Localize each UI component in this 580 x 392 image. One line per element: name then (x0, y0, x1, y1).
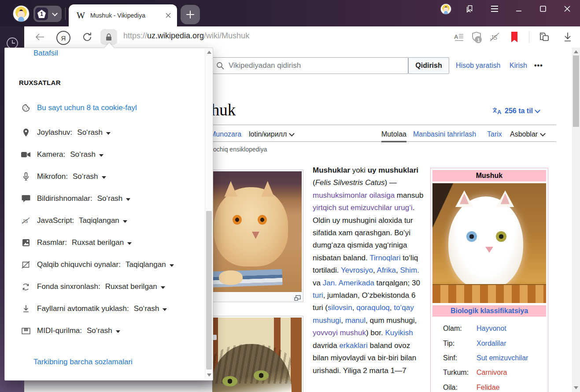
article-image-cat-on-book[interactable] (210, 171, 302, 292)
wiki-link[interactable]: silovsin (328, 303, 352, 312)
infobox-row: Turkum: Carnivora (443, 369, 507, 378)
article-thumbnail-frame[interactable] (208, 316, 303, 392)
permission-value-dropdown[interactable]: Taqiqlangan (79, 216, 119, 225)
permission-value-dropdown[interactable]: So‘rash (73, 172, 98, 181)
search-button[interactable]: Qidirish (408, 57, 449, 74)
create-account-link[interactable]: Hisob yaratish (456, 62, 500, 70)
wiki-search-box[interactable] (207, 57, 408, 74)
wiki-link[interactable]: Afrika (377, 266, 396, 274)
javascript-blocked-icon[interactable]: JS (489, 32, 500, 42)
permission-value-dropdown[interactable]: Taqiqlangan (126, 260, 166, 269)
cookies-link[interactable]: Bu sayt uchun 8 ta cookie-fayl (37, 104, 137, 112)
window-maximize-button[interactable] (535, 1, 551, 17)
article-thumbnail-frame[interactable] (208, 170, 303, 302)
permission-value-dropdown[interactable]: So‘rash (87, 326, 112, 335)
article-image-tabby-cat[interactable] (210, 318, 302, 392)
login-link[interactable]: Kirish (510, 62, 527, 70)
tab-asboblar[interactable]: Asboblar (510, 130, 545, 138)
permissions-section-title: RUXSATLAR (19, 79, 61, 86)
permission-row-notifications[interactable]: Bildirishnomalar: So‘rash (5, 193, 130, 204)
scroll-up-arrow[interactable] (574, 50, 578, 53)
browser-window: 1 W Mushuk - Vikipediya (0, 0, 580, 392)
browser-tab[interactable]: W Mushuk - Vikipediya (69, 4, 177, 26)
permission-row-javascript[interactable]: JS JavaScript: Taqiqlangan (5, 215, 127, 226)
permission-value-dropdown[interactable]: Ruxsat berilgan (105, 282, 157, 291)
permission-row-location[interactable]: Joylashuv: So‘rash (5, 127, 111, 138)
bookmarks-panel-icon[interactable] (462, 1, 478, 17)
profile-avatar[interactable] (13, 6, 29, 22)
wiki-link[interactable]: Kuyikish (385, 329, 413, 337)
wiki-link[interactable]: Jan. Amerikada (323, 279, 374, 287)
new-tab-button[interactable] (181, 5, 200, 24)
permission-row-microphone[interactable]: Mikrofon: So‘rash (5, 171, 106, 182)
permission-value-dropdown[interactable]: So‘rash (70, 150, 96, 159)
scrollbar-thumb[interactable] (573, 55, 579, 127)
wiki-link[interactable]: Tirnoqlari (369, 254, 400, 262)
wiki-link[interactable]: qoraquloq (356, 303, 390, 312)
infobox-row: Tip: Xordalilar (443, 340, 506, 349)
wiki-link[interactable]: yovvoyi mushuk (313, 329, 366, 337)
taxo-link[interactable]: Hayvonot (477, 325, 506, 334)
taxo-red-link[interactable]: Felidae (477, 384, 499, 392)
tab-munozara[interactable]: Munozara (210, 130, 241, 138)
cookies-row[interactable]: Bu sayt uchun 8 ta cookie-fayl (5, 102, 137, 114)
window-close-button[interactable] (559, 1, 575, 17)
window-minimize-button[interactable] (511, 1, 527, 17)
scroll-up-arrow[interactable] (207, 51, 211, 54)
panel-scrollbar[interactable] (205, 48, 213, 379)
downloads-icon[interactable] (563, 32, 573, 42)
scrollbar-thumb[interactable] (206, 211, 212, 370)
tab-mutolaa-active[interactable]: Mutolaa (381, 130, 406, 142)
wiki-link[interactable]: manul (345, 316, 366, 325)
permission-row-background-sync[interactable]: Fonda sinxronlash: Ruxsat berilgan (5, 281, 165, 292)
scroll-down-arrow[interactable] (207, 374, 211, 377)
text-segment: mansub (395, 191, 423, 200)
more-options-menu[interactable]: ••• (534, 62, 543, 70)
permission-row-midi[interactable]: MIDI-qurilma: So‘rash (5, 325, 120, 337)
bookmark-flag-icon[interactable] (510, 31, 519, 43)
wiki-link[interactable]: yirtqich sut emizuvchilar urug‘i (313, 203, 413, 212)
permission-row-popups[interactable]: Qalqib chiquvchi oynalar: Taqiqlangan (5, 259, 174, 270)
batafsil-link[interactable]: Batafsil (33, 49, 58, 58)
chevron-down-icon (52, 11, 58, 16)
yandex-browser-icon[interactable]: Я (56, 31, 70, 45)
search-input[interactable] (228, 61, 408, 70)
taxo-label: Turkum: (443, 369, 477, 378)
language-selector-button[interactable]: A 256 ta til (492, 107, 539, 115)
permission-row-auto-downloads[interactable]: Fayllarni avtomatik yuklash: So‘rash (5, 303, 167, 314)
permission-row-images[interactable]: Rasmlar: Ruxsat berilgan (5, 237, 132, 248)
permission-value-dropdown[interactable]: Ruxsat berilgan (72, 238, 124, 247)
chevron-down-icon (289, 131, 295, 137)
wiki-link[interactable]: Shim. (400, 266, 419, 274)
sync-profile-avatar[interactable] (441, 4, 451, 14)
tab-edit-source[interactable]: Manbasini tahrirlash (413, 130, 476, 138)
tab-close-icon[interactable] (166, 13, 171, 18)
permission-row-camera[interactable]: Kamera: So‘rash (5, 149, 103, 160)
protect-shield-icon[interactable]: 1 (470, 31, 484, 44)
all-content-settings-link[interactable]: Tarkibning barcha sozlamalari (33, 358, 133, 366)
permission-value-dropdown[interactable]: So‘rash (77, 128, 103, 137)
scroll-down-arrow[interactable] (574, 386, 578, 389)
camera-icon (21, 152, 30, 158)
menu-hamburger-icon[interactable] (487, 1, 502, 17)
reader-mode-icon[interactable]: A (454, 32, 464, 42)
permission-value-dropdown[interactable]: So‘rash (134, 304, 159, 313)
image-enlarge-icon[interactable] (294, 295, 301, 301)
tab-tarix[interactable]: Tarix (487, 130, 502, 138)
page-scrollbar[interactable] (572, 48, 580, 392)
taxo-link[interactable]: Xordalilar (477, 340, 506, 349)
tab-variant-selector[interactable]: lotin/кирилл (249, 130, 294, 138)
wiki-link[interactable]: erkaklari (339, 341, 367, 350)
back-arrow-icon[interactable] (35, 32, 45, 42)
permission-value-dropdown[interactable]: So‘rash (97, 194, 123, 203)
reload-icon[interactable] (81, 31, 93, 43)
taxo-red-link[interactable]: Carnivora (477, 369, 507, 378)
collections-tags-icon[interactable] (537, 31, 550, 43)
wiki-link[interactable]: Yevrosiyo (341, 266, 373, 274)
address-bar-url[interactable]: https://uz.wikipedia.org/wiki/Mushuk (123, 31, 249, 41)
infobox-image-white-kitten[interactable] (432, 183, 546, 303)
wiki-link[interactable]: turi (313, 291, 323, 300)
wiki-link[interactable]: mushuksimonlar oilasiga (313, 191, 395, 200)
taxo-link[interactable]: Sut emizuvchilar (477, 354, 528, 364)
tab-counter-button[interactable]: 1 (33, 6, 62, 22)
